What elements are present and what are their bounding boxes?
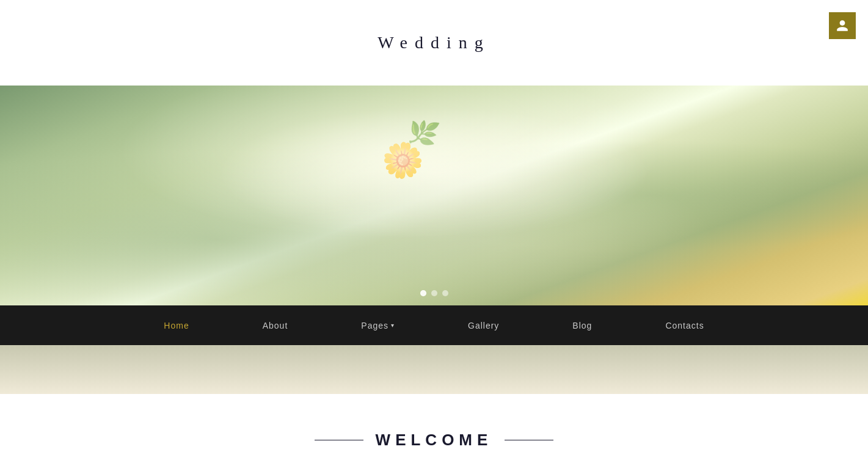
nav-link-pages[interactable]: Pages ▾ xyxy=(361,321,395,330)
user-account-button[interactable] xyxy=(829,12,856,39)
hero-section: 🌼 🌿 xyxy=(0,86,868,305)
hero-overlay xyxy=(0,86,868,305)
nav-item-home: Home xyxy=(127,321,225,330)
site-title: Wedding xyxy=(377,33,490,53)
carousel-dot-3[interactable] xyxy=(442,290,448,296)
nav-link-home[interactable]: Home xyxy=(164,321,189,330)
carousel-dots xyxy=(420,290,448,296)
nav-link-about[interactable]: About xyxy=(263,321,288,330)
welcome-heading: WELCOME xyxy=(12,431,856,450)
site-header: Wedding xyxy=(0,0,868,86)
welcome-line-right xyxy=(505,440,553,440)
main-navbar: Home About Pages ▾ Gallery Blog Contacts xyxy=(0,305,868,345)
nav-link-blog[interactable]: Blog xyxy=(572,321,592,330)
welcome-text: WELCOME xyxy=(376,431,493,450)
carousel-dot-2[interactable] xyxy=(431,290,437,296)
welcome-section: WELCOME xyxy=(0,394,868,474)
nav-link-gallery[interactable]: Gallery xyxy=(468,321,499,330)
nav-item-blog: Blog xyxy=(536,321,629,330)
welcome-line-left xyxy=(315,440,363,440)
nav-item-gallery: Gallery xyxy=(431,321,536,330)
nav-item-pages: Pages ▾ xyxy=(324,321,431,330)
nav-link-contacts[interactable]: Contacts xyxy=(665,321,704,330)
below-nav-strip xyxy=(0,345,868,394)
carousel-dot-1[interactable] xyxy=(420,290,426,296)
nav-list: Home About Pages ▾ Gallery Blog Contacts xyxy=(127,321,740,330)
pages-dropdown-arrow: ▾ xyxy=(391,322,395,329)
nav-item-about: About xyxy=(226,321,325,330)
nav-item-contacts: Contacts xyxy=(629,321,740,330)
person-icon xyxy=(836,19,849,32)
